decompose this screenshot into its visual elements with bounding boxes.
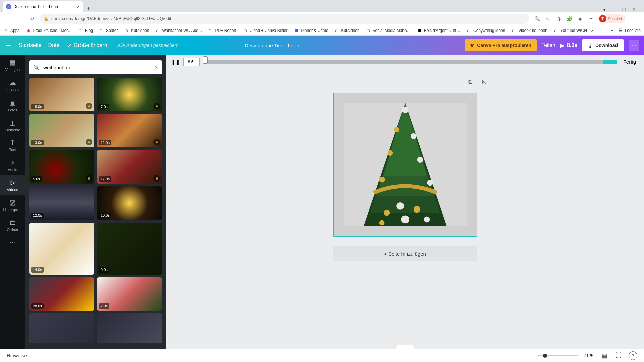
back-icon[interactable]: ← xyxy=(3,14,13,23)
bookmark-item[interactable]: 🗀PDF Report xyxy=(208,28,236,33)
videos-icon: ▷ xyxy=(10,178,15,186)
more-options-icon[interactable]: ⋯ xyxy=(629,40,639,51)
rail-elemente[interactable]: ◫Elemente xyxy=(0,115,25,135)
rail-vorlagen[interactable]: ▦Vorlagen xyxy=(0,55,25,75)
video-thumb[interactable]: 7.0s xyxy=(97,277,162,311)
resize-button[interactable]: ⤢ Größe ändern xyxy=(67,42,107,49)
bookmark-item[interactable]: 🗀Kursideen xyxy=(124,28,149,33)
url-bar[interactable]: 🔒 canva.com/design/DAEdomzscjl/drBfjHdCo… xyxy=(40,14,529,24)
video-thumb[interactable] xyxy=(29,313,94,343)
readlist-button[interactable]: ☰Leseliste xyxy=(618,28,641,33)
rail-ordner[interactable]: 🗀Ordner xyxy=(0,215,25,235)
share-page-icon[interactable]: ⇱ xyxy=(480,77,489,87)
bookmark-item[interactable]: 🗀Wahlfächer WU Aus… xyxy=(155,28,202,33)
extension-icon-2[interactable]: 🧩 xyxy=(566,15,573,22)
minimize-icon[interactable]: — xyxy=(612,7,616,12)
bookmark-item[interactable]: ◆Produktsuche - Mer… xyxy=(25,28,72,33)
clear-search-icon[interactable]: × xyxy=(154,64,158,71)
add-page-button[interactable]: + Seite hinzufügen xyxy=(333,246,477,261)
doc-title[interactable]: Design ohne Titel - Logo xyxy=(245,43,299,48)
video-thumb[interactable] xyxy=(97,313,162,343)
templates-icon: ▦ xyxy=(9,58,16,66)
back-home-icon[interactable]: ← xyxy=(5,41,12,50)
timeline-end-marker[interactable] xyxy=(603,60,617,64)
apps-button[interactable]: ⊞Apps xyxy=(3,28,19,33)
svg-point-6 xyxy=(402,107,409,113)
extension-icon-4[interactable]: ✦ xyxy=(588,15,594,22)
zoom-icon[interactable]: 🔍 xyxy=(534,15,541,22)
share-button[interactable]: Teilen xyxy=(541,42,555,48)
zoom-value[interactable]: 71 % xyxy=(584,353,594,358)
expand-notes-icon[interactable]: ︿ xyxy=(396,345,414,349)
scrubber-handle[interactable] xyxy=(203,56,208,64)
svg-point-15 xyxy=(384,210,390,216)
extension-icon-1[interactable]: ◑ xyxy=(555,15,562,22)
rail-text[interactable]: TText xyxy=(0,135,25,155)
home-link[interactable]: Startseite xyxy=(19,42,42,48)
bookmark-item[interactable]: 🗀Youtube WICHTIG xyxy=(553,28,594,33)
forward-icon: → xyxy=(15,14,25,23)
bookmark-item[interactable]: 🗀Cload + Canva Bilder xyxy=(243,28,288,33)
rail-uploads[interactable]: ☁Uploads xyxy=(0,75,25,95)
video-thumb[interactable]: 7.0s♛ xyxy=(97,78,162,111)
timeline-scrubber[interactable] xyxy=(203,58,617,66)
play-button[interactable]: ▶ 8.6s xyxy=(560,42,577,49)
maximize-icon[interactable]: ❐ xyxy=(622,7,626,12)
search-input[interactable] xyxy=(43,65,151,70)
close-tab-icon[interactable]: × xyxy=(77,4,80,9)
video-thumb[interactable]: 12.0s xyxy=(29,186,94,220)
bookmark-item[interactable]: ◼Bois d'Argent Duft… xyxy=(417,28,460,33)
video-thumb[interactable]: 13.0s♛ xyxy=(29,114,94,147)
video-thumb[interactable]: 9.0s xyxy=(97,223,162,275)
download-button[interactable]: ⭳ Download xyxy=(582,39,624,51)
chrome-menu-icon[interactable]: ⋮ xyxy=(629,15,639,22)
bookmark-item[interactable]: 🗀Später xyxy=(99,28,118,33)
bookmark-star-icon[interactable]: ☆ xyxy=(545,15,551,22)
bookmark-item[interactable]: ◼Dinner & Crime xyxy=(294,28,328,33)
svg-point-12 xyxy=(427,180,433,186)
duplicate-page-icon[interactable]: ⧉ xyxy=(466,77,475,87)
canvas-page[interactable]: ⟳ xyxy=(333,93,477,237)
video-thumb[interactable]: 5.0s♛ xyxy=(29,150,94,184)
reload-icon[interactable]: ⟳ xyxy=(28,14,37,23)
bookmark-item[interactable]: 🗀Videokurs Ideen xyxy=(511,28,547,33)
profile-button[interactable]: T Pausiert xyxy=(598,14,625,23)
account-dot-icon[interactable]: ● xyxy=(603,7,606,12)
zoom-knob[interactable] xyxy=(543,354,547,358)
bookmark-item[interactable]: 🗀Blog xyxy=(78,28,93,33)
grid-view-icon[interactable]: ▦ xyxy=(600,352,608,359)
rail-videos[interactable]: ▷Videos xyxy=(0,175,25,195)
zoom-slider[interactable] xyxy=(537,355,578,356)
bookmark-item[interactable]: 🗀Copywriting ideen xyxy=(466,28,505,33)
help-icon[interactable]: ? xyxy=(629,351,637,360)
try-pro-button[interactable]: ♛ Canva Pro ausprobieren xyxy=(465,39,537,51)
video-thumb[interactable]: 28.0s xyxy=(29,277,94,311)
folder-icon: 🗀 xyxy=(9,219,16,226)
bookmark-item[interactable]: 🗀Kursideen xyxy=(334,28,360,33)
bookmark-item[interactable]: 🗀Social Media Mana… xyxy=(366,28,411,33)
done-button[interactable]: Fertig xyxy=(621,59,639,65)
bookmarks-overflow-icon[interactable]: » xyxy=(611,28,613,33)
svg-point-9 xyxy=(387,150,393,156)
videos-panel: 🔍 × 18.0s♛ 7.0s♛ 13.0s♛ 12.0s♛ 5.0s♛ 17.… xyxy=(25,55,166,349)
new-tab-button[interactable]: + xyxy=(83,5,94,12)
notes-button[interactable]: Hinweise xyxy=(7,353,27,358)
pause-icon[interactable]: ❚❚ xyxy=(171,59,180,65)
pro-crown-icon: ♛ xyxy=(86,103,92,109)
video-thumb[interactable]: 18.0s♛ xyxy=(29,78,94,111)
duration-input[interactable] xyxy=(183,58,200,66)
svg-point-14 xyxy=(413,206,420,213)
browser-tab[interactable]: Design ohne Titel – Logo × xyxy=(3,1,83,12)
close-window-icon[interactable]: ✕ xyxy=(632,7,636,12)
video-thumb[interactable]: 17.0s♛ xyxy=(97,150,162,184)
fullscreen-icon[interactable]: ⛶ xyxy=(614,352,623,359)
extension-icon-3[interactable]: ◆ xyxy=(577,15,584,22)
video-thumb[interactable]: 14.0s xyxy=(29,223,94,275)
rail-hintergrund[interactable]: ▨Hintergru… xyxy=(0,195,25,215)
video-thumb[interactable]: 12.0s♛ xyxy=(97,114,162,147)
file-menu[interactable]: Datei xyxy=(48,42,61,48)
video-thumb[interactable]: 10.0s xyxy=(97,186,162,220)
rail-fotos[interactable]: ▣Fotos xyxy=(0,95,25,115)
rail-audio[interactable]: ♪Audio xyxy=(0,155,25,175)
rail-more[interactable]: ⋯ xyxy=(0,235,25,250)
